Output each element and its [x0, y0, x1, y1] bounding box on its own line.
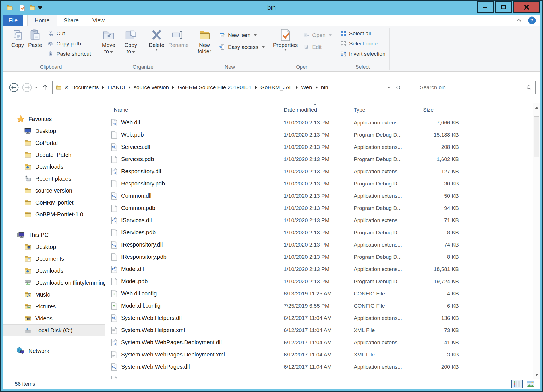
table-row[interactable]: System.Web.WebPages.Deployment.dll 6/12/…	[105, 336, 533, 349]
table-row[interactable]: Common.dll 1/10/2020 2:13 PM Application…	[105, 190, 533, 202]
table-row[interactable]: System.Web.WebPages.Deployment.xml 6/12/…	[105, 349, 533, 361]
column-header-type[interactable]: Type	[350, 103, 420, 116]
forward-button[interactable]	[22, 82, 32, 93]
table-row[interactable]: IResponsitory.dll 1/10/2020 2:13 PM Appl…	[105, 239, 533, 251]
paste-shortcut-button[interactable]: Paste shortcut	[46, 49, 93, 59]
column-header-name[interactable]: Name	[105, 103, 280, 116]
table-row[interactable]: Web.pdb 1/10/2020 2:13 PM Program Debug …	[105, 129, 533, 141]
tab-view[interactable]: View	[86, 15, 111, 26]
breadcrumb-arrow-icon[interactable]	[255, 86, 257, 89]
sidebar-item-gobpm-portlet-1-0[interactable]: GoBPM-Portlet-1.0	[3, 208, 105, 220]
copy-to-button[interactable]: Copy to	[120, 28, 142, 55]
minimize-ribbon-icon[interactable]	[515, 17, 523, 24]
minimize-button[interactable]	[477, 1, 494, 13]
sidebar-item-downloads-on-flintylemming[interactable]: Downloads on flintylemming	[3, 277, 105, 289]
table-row[interactable]: Responsitory.pdb 1/10/2020 2:13 PM Progr…	[105, 178, 533, 190]
breadcrumb-item-web[interactable]: Web	[301, 84, 312, 91]
recent-locations-caret-icon[interactable]	[35, 87, 38, 88]
scroll-down-button[interactable]	[533, 370, 540, 379]
sidebar-item-downloads[interactable]: Downloads	[3, 161, 105, 173]
breadcrumb-arrow-icon[interactable]	[172, 86, 174, 89]
edit-button[interactable]: Edit	[301, 43, 333, 52]
table-row[interactable]: Web.dll.config 8/13/2019 11:25 AM CONFIG…	[105, 287, 533, 300]
scrollbar-thumb[interactable]	[534, 116, 539, 157]
thumbnails-view-button[interactable]	[525, 380, 536, 388]
rename-button[interactable]: Rename	[167, 28, 188, 49]
breadcrumb-overflow-chevron[interactable]: «	[65, 84, 68, 91]
breadcrumb-item-gohrm-jal[interactable]: GoHRM_JAL	[260, 84, 292, 91]
breadcrumb-item-liandi[interactable]: LIANDI	[107, 84, 125, 91]
table-row[interactable]: Model.dll.config 7/25/2019 6:55 PM CONFI…	[105, 300, 533, 312]
paste-button[interactable]: Paste	[26, 28, 44, 49]
copy-button[interactable]: Copy	[9, 28, 26, 49]
sidebar-section-header-network[interactable]: Network	[3, 345, 105, 357]
breadcrumb-item-gohrm-source-file-20190801[interactable]: GoHRM Source File 20190801	[178, 84, 252, 91]
sidebar-section-header-favorites[interactable]: Favorites	[3, 113, 105, 125]
vertical-scrollbar[interactable]	[533, 103, 540, 379]
column-header-date-modified[interactable]: Date modified	[280, 103, 350, 116]
select-none-button[interactable]: Select none	[338, 39, 387, 48]
cut-button[interactable]: Cut	[46, 29, 93, 38]
copy-path-button[interactable]: Copy path	[46, 39, 93, 48]
sidebar-item-documents[interactable]: Documents	[3, 253, 105, 265]
back-button[interactable]	[9, 82, 19, 93]
sidebar-section-header-this-pc[interactable]: This PC	[3, 229, 105, 241]
tab-home[interactable]: Home	[27, 15, 57, 26]
breadcrumb-arrow-icon[interactable]	[129, 86, 130, 89]
table-row[interactable]: Common.pdb 1/10/2020 2:13 PM Program Deb…	[105, 202, 533, 214]
table-row[interactable]: Web.dll 1/10/2020 2:13 PM Application ex…	[105, 116, 533, 129]
new-folder-button[interactable]: New folder	[194, 28, 215, 55]
sidebar-item-update-patch[interactable]: Update_Patch	[3, 149, 105, 161]
sidebar-item-desktop[interactable]: Desktop	[3, 125, 105, 137]
refresh-icon[interactable]	[395, 84, 402, 91]
table-row[interactable]: Services.pdb 1/10/2020 2:13 PM Program D…	[105, 153, 533, 165]
sidebar-item-desktop[interactable]: Desktop	[3, 241, 105, 253]
sidebar-item-music[interactable]: Music	[3, 289, 105, 301]
sidebar-item-downloads[interactable]: Downloads	[3, 265, 105, 277]
delete-button[interactable]: Delete	[147, 28, 166, 51]
help-icon[interactable]: ?	[528, 16, 536, 25]
table-row[interactable]: System.Web.Helpers.dll 6/12/2017 11:04 A…	[105, 312, 533, 324]
table-row[interactable]: Responsitory.dll 1/10/2020 2:13 PM Appli…	[105, 165, 533, 178]
new-item-button[interactable]: New item	[217, 31, 266, 40]
column-header-size[interactable]: Size	[420, 103, 464, 116]
sidebar-item-source-version[interactable]: source version	[3, 185, 105, 197]
properties-icon[interactable]	[19, 4, 26, 11]
move-to-button[interactable]: Move to	[98, 28, 119, 55]
breadcrumb-item-documents[interactable]: Documents	[71, 84, 99, 91]
easy-access-button[interactable]: Easy access	[217, 43, 266, 52]
sidebar-item-goportal[interactable]: GoPortal	[3, 137, 105, 149]
address-dropdown-icon[interactable]	[386, 84, 392, 91]
table-row[interactable]	[105, 373, 533, 379]
sidebar-item-gohrm-portlet[interactable]: GoHRM-portlet	[3, 197, 105, 208]
search-input[interactable]	[419, 84, 526, 91]
address-bar[interactable]: « DocumentsLIANDIsource versionGoHRM Sou…	[52, 81, 404, 94]
breadcrumb-item-source-version[interactable]: source version	[134, 84, 169, 91]
sidebar-item-recent-places[interactable]: Recent places	[3, 173, 105, 185]
breadcrumb-arrow-icon[interactable]	[102, 86, 104, 89]
sidebar-item-pictures[interactable]: Pictures	[3, 301, 105, 312]
breadcrumb-arrow-icon[interactable]	[316, 86, 318, 89]
maximize-button[interactable]	[495, 1, 512, 13]
breadcrumb-arrow-icon[interactable]	[296, 86, 298, 89]
invert-selection-button[interactable]: Invert selection	[338, 49, 387, 59]
qat-dropdown-icon[interactable]	[38, 6, 42, 9]
table-row[interactable]: Model.pdb 1/10/2020 2:13 PM Program Debu…	[105, 275, 533, 287]
select-all-button[interactable]: Select all	[338, 29, 387, 38]
breadcrumb-item-bin[interactable]: bin	[321, 84, 328, 91]
tab-file[interactable]: File	[3, 15, 23, 26]
open-button[interactable]: Open	[301, 31, 333, 40]
scroll-up-button[interactable]	[533, 103, 540, 112]
up-button[interactable]	[41, 83, 49, 92]
folder-icon[interactable]	[6, 4, 13, 11]
table-row[interactable]: IServices.pdb 1/10/2020 2:13 PM Program …	[105, 226, 533, 239]
tab-share[interactable]: Share	[57, 15, 86, 26]
properties-button[interactable]: Properties	[272, 28, 300, 51]
table-row[interactable]: System.Web.WebPages.dll 6/12/2017 11:04 …	[105, 361, 533, 373]
table-row[interactable]: System.Web.Helpers.xml 6/12/2017 11:04 A…	[105, 324, 533, 336]
search-icon[interactable]	[526, 84, 532, 91]
sidebar-item-videos[interactable]: Videos	[3, 312, 105, 324]
close-button[interactable]	[513, 1, 540, 13]
table-row[interactable]: IServices.dll 1/10/2020 2:13 PM Applicat…	[105, 214, 533, 226]
search-box[interactable]	[415, 81, 536, 94]
